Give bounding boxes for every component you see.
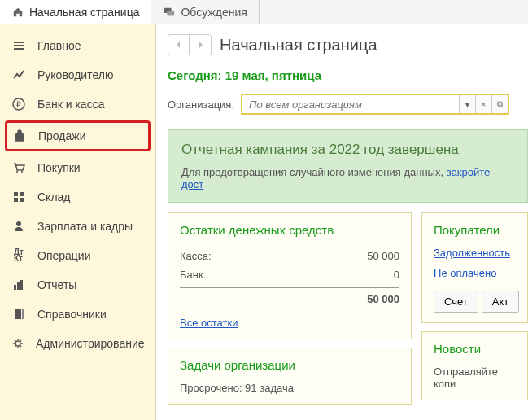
debt-link[interactable]: Задолженность — [434, 247, 510, 259]
chat-icon — [163, 6, 176, 19]
book-icon — [11, 307, 26, 322]
sidebar-item-hr[interactable]: Зарплата и кадры — [0, 212, 155, 241]
org-dropdown-button[interactable]: ▾ — [459, 95, 475, 113]
grid-icon — [11, 190, 26, 204]
trend-icon — [11, 68, 26, 82]
org-label: Организация: — [168, 98, 234, 111]
date-line: Сегодня: 19 мая, пятница — [168, 68, 528, 82]
tab-label: Начальная страница — [29, 6, 139, 19]
tab-discussions[interactable]: Обсуждения — [151, 0, 259, 24]
tasks-subtitle: Просрочено: 91 задача — [180, 382, 399, 394]
news-widget: Новости Отправляйте копи — [421, 331, 528, 400]
svg-rect-8 — [14, 198, 18, 202]
ops-icon: ДтКт — [11, 248, 26, 263]
gear-icon — [11, 336, 24, 351]
svg-point-4 — [16, 171, 18, 173]
balance-row: Банк: 0 — [180, 265, 399, 284]
sidebar-item-directories[interactable]: Справочники — [0, 300, 155, 329]
news-title: Новости — [434, 342, 516, 356]
menu-icon — [11, 38, 26, 53]
sidebar-item-label: Продажи — [38, 129, 85, 142]
cart-icon — [11, 160, 26, 175]
sidebar-item-label: Администрирование — [36, 337, 145, 350]
svg-point-5 — [21, 171, 23, 173]
banner-title: Отчетная кампания за 2022 год завершена — [181, 142, 514, 158]
sidebar-item-label: Покупки — [37, 161, 81, 174]
act-button[interactable]: Акт — [482, 291, 519, 313]
sidebar-item-label: Отчеты — [37, 278, 76, 291]
svg-rect-11 — [14, 285, 16, 290]
org-clear-button[interactable]: × — [475, 95, 491, 113]
balance-total: 50 000 — [180, 287, 399, 308]
svg-point-16 — [15, 341, 20, 346]
svg-rect-1 — [168, 11, 175, 15]
sidebar-item-label: Банк и касса — [37, 98, 104, 111]
banner: Отчетная кампания за 2022 год завершена … — [168, 129, 528, 203]
buyers-title: Покупатели — [434, 223, 516, 237]
news-subtitle: Отправляйте копи — [434, 365, 516, 390]
sidebar-item-main[interactable]: Главное — [0, 31, 155, 60]
org-input[interactable] — [242, 98, 459, 111]
page-title: Начальная страница — [220, 36, 377, 55]
buyers-widget: Покупатели Задолженность Не оплачено Сче… — [421, 212, 528, 323]
stats-icon — [11, 278, 26, 292]
svg-rect-9 — [20, 198, 24, 202]
balance-row: Касса: 50 000 — [180, 247, 399, 265]
svg-point-10 — [16, 221, 21, 226]
svg-rect-13 — [20, 280, 23, 290]
sidebar-item-purchases[interactable]: Покупки — [0, 153, 155, 182]
sidebar-item-reports[interactable]: Отчеты — [0, 270, 155, 300]
sidebar-item-label: Операции — [37, 249, 91, 262]
unpaid-link[interactable]: Не оплачено — [434, 267, 496, 279]
sidebar-item-sales[interactable]: Продажи — [5, 120, 151, 151]
svg-rect-12 — [17, 282, 20, 290]
tab-label: Обсуждения — [181, 6, 247, 19]
sidebar-item-label: Зарплата и кадры — [37, 220, 133, 233]
balances-widget: Остатки денежных средств Касса: 50 000 Б… — [168, 212, 412, 339]
tab-home[interactable]: Начальная страница — [0, 0, 151, 24]
org-field: ▾ × ⧉ — [241, 94, 509, 115]
sidebar-item-label: Справочники — [37, 308, 107, 321]
back-button[interactable] — [168, 35, 190, 55]
sidebar-item-operations[interactable]: ДтКт Операции — [0, 241, 155, 270]
svg-text:₽: ₽ — [16, 100, 21, 108]
all-balances-link[interactable]: Все остатки — [180, 317, 238, 329]
sidebar-item-manager[interactable]: Руководителю — [0, 60, 155, 90]
invoice-button[interactable]: Счет — [434, 291, 478, 313]
sidebar-item-label: Главное — [37, 39, 81, 52]
bag-icon — [12, 129, 27, 143]
nav-buttons — [168, 34, 212, 55]
sidebar-item-bank[interactable]: ₽ Банк и касса — [0, 90, 155, 119]
person-icon — [11, 219, 26, 234]
sidebar: Главное Руководителю ₽ Банк и касса Прод… — [0, 24, 156, 420]
tasks-widget: Задачи организации Просрочено: 91 задача — [168, 348, 412, 405]
ruble-icon: ₽ — [11, 97, 26, 112]
forward-button[interactable] — [190, 35, 211, 55]
tasks-title: Задачи организации — [180, 358, 399, 372]
banner-text: Для предотвращения случайного изменения … — [181, 166, 514, 190]
sidebar-item-label: Склад — [37, 190, 71, 203]
svg-rect-14 — [15, 309, 21, 319]
sidebar-item-stock[interactable]: Склад — [0, 182, 155, 212]
org-open-button[interactable]: ⧉ — [491, 95, 508, 113]
sidebar-item-admin[interactable]: Администрирование — [0, 329, 155, 358]
home-icon — [11, 6, 24, 19]
sidebar-item-label: Руководителю — [37, 68, 113, 81]
svg-rect-7 — [20, 192, 24, 196]
balances-title: Остатки денежных средств — [180, 223, 399, 237]
tab-bar: Начальная страница Обсуждения — [0, 0, 528, 24]
svg-rect-6 — [14, 192, 18, 196]
main-content: Начальная страница Сегодня: 19 мая, пятн… — [156, 24, 528, 420]
svg-rect-15 — [22, 309, 24, 319]
